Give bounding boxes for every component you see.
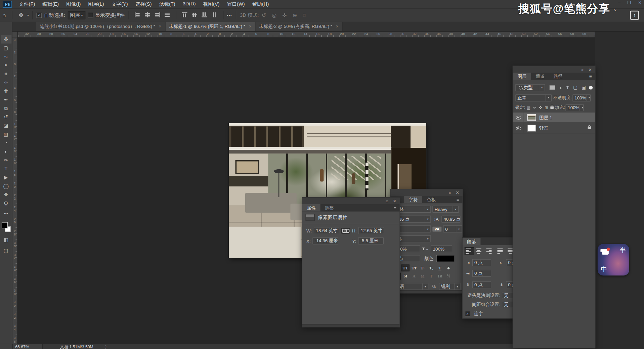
dodge-tool[interactable]: ◐ bbox=[1, 147, 11, 156]
3d-drag-icon[interactable]: ✜ bbox=[282, 12, 287, 18]
height-field[interactable]: 12.65 英寸 bbox=[359, 227, 384, 234]
eraser-tool[interactable]: ◪ bbox=[1, 121, 11, 130]
superscript-button[interactable]: T¹ bbox=[419, 265, 426, 271]
healing-brush-tool[interactable]: ✚ bbox=[1, 87, 11, 95]
close-icon[interactable]: ✕ bbox=[456, 190, 459, 195]
horizontal-ruler[interactable]: 3230282624222018161412108642024681012141… bbox=[12, 32, 595, 37]
collapse-icon[interactable]: « bbox=[386, 199, 388, 203]
titling-alternates-button[interactable]: T bbox=[428, 273, 435, 279]
auto-select-target-select[interactable]: 图层 ▾ bbox=[68, 11, 85, 19]
horizontal-scale-field[interactable]: 100% bbox=[431, 245, 452, 252]
x-field[interactable]: -14.36 厘米 bbox=[313, 237, 338, 245]
align-center-h-icon[interactable] bbox=[144, 12, 150, 17]
menu-item[interactable]: 图层(L) bbox=[84, 1, 108, 8]
close-icon[interactable]: × bbox=[159, 24, 161, 29]
align-rows-icon[interactable] bbox=[164, 12, 170, 17]
width-field[interactable]: 18.64 英寸 bbox=[314, 227, 339, 234]
align-top-icon[interactable] bbox=[182, 12, 187, 17]
align-right-button[interactable] bbox=[484, 248, 492, 255]
visibility-cell[interactable] bbox=[513, 113, 524, 122]
tab-swatches[interactable]: 色板 bbox=[422, 196, 440, 203]
strikethrough-button[interactable]: T bbox=[445, 265, 452, 271]
tab-character[interactable]: 字符 bbox=[404, 196, 422, 203]
panel-menu-icon[interactable]: ≡ bbox=[394, 204, 400, 212]
subscript-button[interactable]: T₁ bbox=[428, 265, 435, 271]
swash-button[interactable]: aa bbox=[419, 273, 426, 279]
menu-item[interactable]: 3D(D) bbox=[179, 1, 200, 8]
lock-artboard-icon[interactable]: ⊞ bbox=[545, 105, 548, 110]
align-center-button[interactable] bbox=[474, 248, 483, 255]
tracking-select[interactable]: 0▾ bbox=[443, 225, 462, 232]
minimize-button[interactable]: – bbox=[618, 0, 620, 5]
font-style-select[interactable]: Heavy▾ bbox=[432, 206, 459, 213]
standard-ligatures-button[interactable]: St bbox=[402, 273, 409, 279]
small-caps-button[interactable]: Tᴛ bbox=[410, 265, 418, 271]
menu-item[interactable]: 滤镜(T) bbox=[156, 1, 179, 8]
close-icon[interactable]: ✕ bbox=[393, 199, 396, 203]
panel-menu-icon[interactable]: ≡ bbox=[457, 196, 463, 203]
document-tab[interactable]: 未标题-1 @ 66.7% (图层 1, RGB/8#) *× bbox=[165, 21, 255, 31]
layer-row[interactable]: 背景 bbox=[513, 123, 595, 134]
close-icon[interactable]: ✕ bbox=[588, 67, 592, 72]
menu-item[interactable]: 文件(F) bbox=[15, 1, 39, 8]
status-expand-icon[interactable]: 〉 bbox=[105, 344, 109, 349]
layer-filter-select[interactable]: 类型▾ bbox=[515, 84, 545, 91]
lock-position-icon[interactable]: ✜ bbox=[539, 105, 542, 110]
layer-thumbnail[interactable] bbox=[527, 125, 536, 132]
toolbox-more-icon[interactable]: ••• bbox=[4, 212, 8, 216]
brush-tool[interactable]: ✒ bbox=[1, 95, 11, 104]
tab-properties[interactable]: 属性 bbox=[302, 204, 320, 212]
quick-mask-icon[interactable]: ◧ bbox=[4, 237, 8, 243]
align-dist-v-icon[interactable] bbox=[211, 12, 217, 17]
history-brush-tool[interactable]: ↺ bbox=[1, 113, 11, 121]
zoom-level-field[interactable]: 66.67% bbox=[13, 344, 43, 349]
type-tool[interactable]: T bbox=[1, 164, 11, 173]
all-caps-button[interactable]: TT bbox=[402, 265, 409, 271]
visibility-cell[interactable] bbox=[513, 123, 524, 133]
filter-adjustment-layers-icon[interactable]: ◐ bbox=[559, 85, 562, 90]
move-tool-icon[interactable]: ✜ bbox=[19, 12, 24, 18]
anti-alias-select[interactable]: 锐利▾ bbox=[439, 283, 461, 290]
chevron-down-icon[interactable]: ▾ bbox=[27, 13, 29, 17]
foreground-background-colors[interactable] bbox=[1, 222, 10, 232]
opacity-field[interactable]: 100%▾ bbox=[572, 94, 591, 101]
align-middle-icon[interactable] bbox=[191, 12, 197, 17]
menu-item[interactable]: 选择(S) bbox=[132, 1, 156, 8]
3d-rotate-icon[interactable]: ↺ bbox=[262, 12, 266, 18]
ime-chinese-indicator[interactable]: 中 bbox=[601, 265, 607, 273]
crop-tool[interactable]: ⌗ bbox=[1, 70, 11, 78]
screen-mode-icon[interactable]: ▢ bbox=[4, 248, 8, 253]
menu-item[interactable]: 帮助(H) bbox=[249, 1, 273, 8]
collapse-icon[interactable]: « bbox=[581, 67, 584, 72]
text-color-swatch[interactable] bbox=[436, 255, 454, 262]
tab-paths[interactable]: 路径 bbox=[549, 73, 567, 80]
underline-button[interactable]: T bbox=[436, 265, 443, 271]
ime-halfwidth-indicator[interactable]: 半 bbox=[620, 247, 626, 254]
fractions-button[interactable]: ½ bbox=[445, 273, 452, 279]
close-button[interactable]: ✕ bbox=[638, 0, 641, 5]
menu-item[interactable]: 图像(I) bbox=[62, 1, 84, 8]
layer-row[interactable]: 图层 1 bbox=[513, 113, 595, 123]
panel-resize-strip[interactable] bbox=[391, 290, 463, 293]
lasso-tool[interactable]: ∿ bbox=[1, 52, 11, 61]
move-tool[interactable]: ✜ bbox=[1, 35, 11, 44]
align-bottom-icon[interactable] bbox=[202, 12, 207, 17]
align-left-button[interactable] bbox=[465, 248, 474, 255]
quick-selection-tool[interactable]: ✦ bbox=[1, 61, 11, 70]
lock-transparent-icon[interactable]: ▨ bbox=[526, 105, 530, 110]
pen-tool[interactable]: ✑ bbox=[1, 156, 11, 164]
panel-resize-strip[interactable] bbox=[302, 324, 400, 327]
align-left-icon[interactable] bbox=[134, 12, 140, 17]
home-icon[interactable]: ⌂ bbox=[2, 12, 6, 18]
tab-paragraph[interactable]: 段落 bbox=[463, 238, 481, 245]
contextual-alternates-button[interactable]: A bbox=[410, 273, 418, 279]
filter-smart-objects-icon[interactable]: ▣ bbox=[582, 85, 586, 90]
clone-stamp-tool[interactable]: ⧉ bbox=[1, 104, 11, 113]
more-options-icon[interactable]: ••• bbox=[227, 13, 232, 17]
ordinals-button[interactable]: 1st bbox=[436, 273, 443, 279]
align-right-icon[interactable] bbox=[154, 12, 160, 17]
hand-tool[interactable]: ❖ bbox=[1, 190, 11, 199]
fill-field[interactable]: 100%▾ bbox=[566, 104, 584, 111]
close-icon[interactable]: × bbox=[336, 24, 338, 29]
menu-item[interactable]: 文字(Y) bbox=[108, 1, 132, 8]
